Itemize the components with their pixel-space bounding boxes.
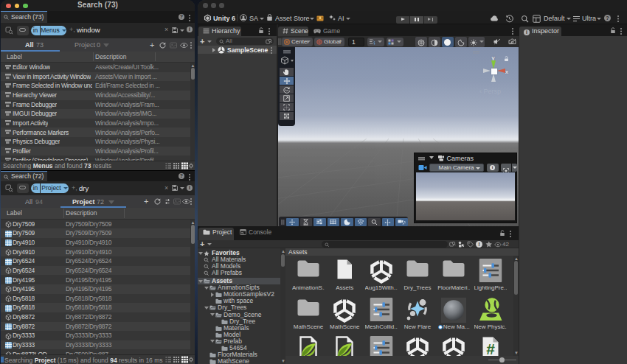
svg-text:#: # xyxy=(486,340,495,357)
